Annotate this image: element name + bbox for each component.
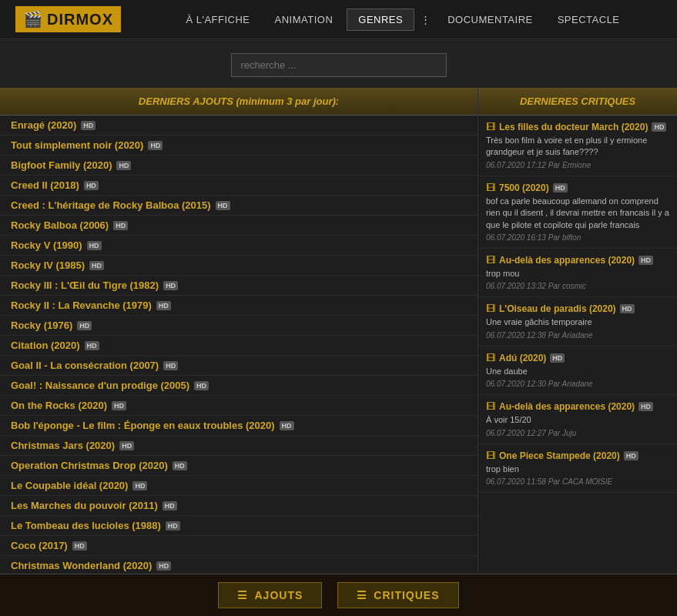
critique-item: 🎞Les filles du docteur March (2020)HDTrè…	[478, 116, 677, 176]
hd-badge: HD	[166, 521, 180, 531]
critique-meta: 06.07.2020 12:30 Par Ariadane	[486, 380, 669, 388]
list-item[interactable]: Rocky IV (1985)HD	[0, 256, 478, 276]
hd-badge: HD	[173, 461, 187, 470]
movie-title: Enragé (2020)	[11, 119, 76, 131]
header: 🎬 DIRMOX À L'AFFICHE ANIMATION GENRES ⋮ …	[0, 0, 677, 39]
hd-badge: HD	[119, 441, 134, 450]
critique-body: Une vraie gâchis temporaire	[486, 316, 669, 328]
list-item[interactable]: Rocky III : L'Œil du Tigre (1982)HD	[0, 276, 478, 296]
nav-genres[interactable]: GENRES	[347, 8, 414, 31]
hd-badge: HD	[216, 201, 230, 210]
film-icon: 🎞	[486, 303, 495, 314]
critique-meta: 06.07.2020 12:38 Par Ariadane	[486, 331, 669, 340]
hd-badge: HD	[156, 561, 171, 571]
critique-title[interactable]: Adú (2020)	[499, 353, 546, 363]
critique-title[interactable]: Au-delà des apparences (2020)	[499, 255, 635, 266]
list-item[interactable]: Citation (2020)HD	[0, 336, 478, 356]
list-item[interactable]: Rocky Balboa (2006)HD	[0, 216, 478, 236]
list-item[interactable]: Operation Christmas Drop (2020)HD	[0, 456, 478, 476]
list-item[interactable]: Christmas Jars (2020)HD	[0, 436, 478, 456]
bottom-bar: ☰ AJOUTS ☰ CRITIQUES	[0, 574, 677, 616]
ajouts-label: AJOUTS	[254, 589, 303, 601]
movie-title: Rocky III : L'Œil du Tigre (1982)	[11, 280, 159, 291]
list-item[interactable]: Creed II (2018)HD	[0, 176, 478, 196]
list-item[interactable]: Goal II - La consécration (2007)HD	[0, 356, 478, 376]
hd-badge: HD	[163, 361, 178, 370]
movie-title: Le Tombeau des lucioles (1988)	[11, 520, 161, 531]
list-item[interactable]: Bigfoot Family (2020)HD	[0, 156, 478, 176]
hd-badge: HD	[620, 304, 635, 313]
movie-title: Le Coupable idéal (2020)	[11, 480, 128, 491]
hd-badge: HD	[553, 183, 568, 192]
left-column: DERNIERS AJOUTS (minimum 3 par jour): En…	[0, 88, 478, 616]
right-header: DERNIERES CRITIQUES	[478, 88, 677, 116]
list-item[interactable]: Le Tombeau des lucioles (1988)HD	[0, 516, 478, 536]
hd-badge: HD	[112, 401, 126, 410]
list-item[interactable]: Coco (2017)HD	[0, 536, 478, 556]
search-input[interactable]	[231, 53, 447, 77]
hd-badge: HD	[132, 481, 147, 490]
nav-affiche[interactable]: À L'AFFICHE	[175, 9, 260, 30]
list-icon: ☰	[237, 589, 248, 601]
nav-animation[interactable]: ANIMATION	[264, 9, 344, 30]
critique-title[interactable]: One Piece Stampede (2020)	[499, 450, 620, 461]
movie-title: Rocky IV (1985)	[11, 259, 85, 271]
list-item[interactable]: Tout simplement noir (2020)HD	[0, 136, 478, 156]
critique-meta: 06.07.2020 17:12 Par Ermione	[486, 161, 669, 169]
list-item[interactable]: Rocky V (1990)HD	[0, 236, 478, 256]
hd-badge: HD	[84, 181, 99, 190]
movie-title: Goal! : Naissance d'un prodige (2005)	[11, 380, 189, 391]
critique-body: trop mou	[486, 268, 669, 280]
critique-list: 🎞Les filles du docteur March (2020)HDTrè…	[478, 116, 677, 493]
critique-item: 🎞Adú (2020)HDUne daube06.07.2020 12:30 P…	[478, 346, 677, 395]
film-icon: 🎞	[486, 353, 495, 363]
critique-body: Une daube	[486, 366, 669, 377]
critique-meta: 06.07.2020 16:13 Par bifton	[486, 233, 669, 242]
critique-body: À voir 15/20	[486, 414, 669, 426]
critiques-button[interactable]: ☰ CRITIQUES	[337, 582, 458, 608]
ajouts-button[interactable]: ☰ AJOUTS	[218, 582, 322, 608]
movie-title: Citation (2020)	[11, 340, 80, 351]
main-nav: À L'AFFICHE ANIMATION GENRES ⋮ DOCUMENTA…	[144, 8, 662, 31]
nav-spectacle[interactable]: SPECTACLE	[547, 9, 631, 30]
list-item[interactable]: Les Marches du pouvoir (2011)HD	[0, 496, 478, 516]
movie-title: Bigfoot Family (2020)	[11, 159, 112, 171]
list-item[interactable]: Enragé (2020)HD	[0, 116, 478, 136]
hd-badge: HD	[72, 541, 87, 551]
hd-badge: HD	[89, 261, 104, 270]
logo[interactable]: 🎬 DIRMOX	[15, 6, 121, 32]
list-item[interactable]: Creed : L'héritage de Rocky Balboa (2015…	[0, 196, 478, 216]
critique-body: Très bon film à voire et en plus il y er…	[486, 135, 669, 159]
list-item[interactable]: Rocky II : La Revanche (1979)HD	[0, 296, 478, 316]
hd-badge: HD	[116, 161, 131, 170]
movie-title: Rocky II : La Revanche (1979)	[11, 300, 152, 311]
hd-badge: HD	[81, 121, 96, 130]
movie-title: Goal II - La consécration (2007)	[11, 360, 159, 371]
critique-item: 🎞One Piece Stampede (2020)HDtrop bien06.…	[478, 444, 677, 493]
hd-badge: HD	[280, 421, 294, 430]
critique-meta: 06.07.2020 13:32 Par cosmic	[486, 282, 669, 290]
hd-badge: HD	[624, 451, 638, 460]
movie-title: Christmas Jars (2020)	[11, 440, 115, 451]
critique-title[interactable]: L'Oiseau de paradis (2020)	[499, 303, 616, 314]
critique-body: bof ca parle beaucoup allemand on compre…	[486, 196, 669, 231]
list-item[interactable]: Le Coupable idéal (2020)HD	[0, 476, 478, 496]
critique-item: 🎞Au-delà des apparences (2020)HDtrop mou…	[478, 249, 677, 297]
hd-badge: HD	[85, 341, 99, 350]
critique-title[interactable]: 7500 (2020)	[499, 182, 549, 193]
critique-list-icon: ☰	[357, 589, 367, 601]
hd-badge: HD	[156, 301, 171, 310]
left-header: DERNIERS AJOUTS (minimum 3 par jour):	[0, 88, 478, 116]
nav-documentaire[interactable]: DOCUMENTAIRE	[437, 9, 543, 30]
critique-title[interactable]: Au-delà des apparences (2020)	[499, 401, 635, 412]
list-item[interactable]: On the Rocks (2020)HD	[0, 396, 478, 416]
hd-badge: HD	[638, 402, 653, 411]
list-item[interactable]: Bob l'éponge - Le film : Éponge en eaux …	[0, 416, 478, 436]
critique-title[interactable]: Les filles du docteur March (2020)	[499, 122, 648, 132]
movie-title: Bob l'éponge - Le film : Éponge en eaux …	[11, 420, 275, 431]
movie-title: Creed : L'héritage de Rocky Balboa (2015…	[11, 199, 211, 211]
nav-more-icon[interactable]: ⋮	[417, 9, 434, 30]
movie-title: Rocky V (1990)	[11, 239, 82, 251]
list-item[interactable]: Goal! : Naissance d'un prodige (2005)HD	[0, 376, 478, 396]
list-item[interactable]: Rocky (1976)HD	[0, 316, 478, 336]
